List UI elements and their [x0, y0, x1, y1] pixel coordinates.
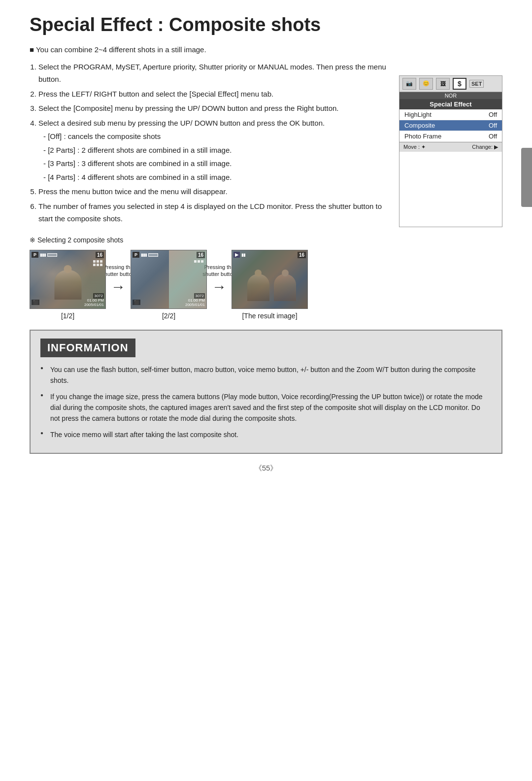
step-5: Press the menu button twice and the menu…	[38, 185, 389, 198]
label-2: [2/2]	[131, 312, 207, 320]
camera-icon-1: ⬛	[32, 300, 39, 305]
menu-label-highlight: HighLight	[404, 111, 432, 118]
label-1: [1/2]	[30, 312, 106, 320]
sub-item-4parts: - [4 Parts] : 4 different shots are comb…	[43, 171, 389, 184]
steps-list: Select the PROGRAM, MySET, Aperture prio…	[30, 61, 389, 225]
person-result-1	[247, 274, 269, 301]
menu-set-label: SET	[469, 80, 484, 88]
instructions-list: Select the PROGRAM, MySET, Aperture prio…	[30, 61, 389, 227]
information-box: INFORMATION You can use the flash button…	[30, 330, 502, 454]
camera-screen-3: ▶ ▮▮ 16	[232, 250, 308, 309]
step-3: Select the [Composite] menu by pressing …	[38, 102, 389, 115]
menu-footer-left: Move : ✦	[403, 144, 426, 150]
cam-overlay	[232, 250, 307, 308]
arrow-2: →	[212, 278, 227, 295]
camera-screen-1: P ▮▮▮ 16 3072 ⬛ 01:00 PM 2005/01/	[30, 250, 106, 309]
content-area: Select the PROGRAM, MySET, Aperture prio…	[30, 61, 502, 227]
hud-top-3: ▶ ▮▮ 16	[233, 252, 306, 258]
hud-bottom-2: ⬛ 01:00 PM 2005/01/01	[133, 298, 205, 307]
step-4: Select a desired sub menu by pressing th…	[38, 117, 389, 184]
frame-number-3: 16	[298, 252, 306, 258]
page-number: 《55》	[30, 464, 502, 473]
pressing-label-1: Pressing theshutter button	[101, 264, 134, 278]
info-bullet-1: You can use the flash button, self-timer…	[40, 364, 492, 386]
menu-icon-camera: 📷	[402, 78, 416, 90]
composite-images: P ▮▮▮ 16 3072 ⬛ 01:00 PM 2005/01/	[30, 250, 502, 309]
intro-text: ■ You can combine 2~4 different shots in…	[30, 45, 502, 54]
menu-icon-smile: 😊	[419, 78, 433, 90]
sub-items-list: - [Off] : cancels the composite shots - …	[38, 130, 389, 183]
mode-indicator-1: P	[32, 252, 38, 258]
date-2: 2005/01/01	[185, 303, 205, 307]
menu-label-composite: Composite	[404, 122, 435, 129]
menu-row-photoframe: Photo Frame Off	[399, 131, 502, 142]
sub-item-3parts: - [3 Parts] : 3 different shots are comb…	[43, 157, 389, 170]
menu-footer-right: Change: ▶	[472, 144, 498, 150]
camera-screen-2: P ▮▮▮ 16 3072 ⬛ 01:00 PM 2005/01/01	[131, 250, 207, 309]
camera-icon-2: ⬛	[133, 300, 140, 305]
image-labels: [1/2] [2/2] [The result image]	[30, 312, 502, 320]
dots-grid-2	[194, 260, 203, 263]
information-title: INFORMATION	[40, 339, 135, 357]
hud-top-1: P ▮▮▮ 16	[32, 252, 104, 258]
label-3: [The result image]	[232, 312, 308, 320]
hud-top-2: P ▮▮▮ 16	[133, 252, 205, 258]
menu-value-highlight: Off	[489, 111, 497, 118]
menu-nor-row: NOR	[399, 92, 502, 99]
menu-value-photoframe: Off	[489, 133, 497, 140]
arrow-2-container: Pressing theshutter button →	[207, 264, 232, 296]
info-bullet-2: If you change the image size, press the …	[40, 391, 492, 424]
time-1: 01:00 PM	[84, 298, 104, 303]
step-1: Select the PROGRAM, MySET, Aperture prio…	[38, 61, 389, 86]
dots-grid-1	[93, 260, 102, 266]
person-1	[54, 270, 81, 300]
menu-icon-bar: 📷 😊 🖼 $ SET	[399, 76, 502, 92]
person-result-2	[274, 274, 296, 301]
step-6: The number of frames you selected in ste…	[38, 200, 389, 225]
side-tab	[521, 148, 532, 207]
menu-label-photoframe: Photo Frame	[404, 133, 441, 140]
menu-value-composite: Off	[489, 122, 497, 129]
info-bullets-list: You can use the flash button, self-timer…	[40, 364, 492, 440]
menu-row-composite: Composite Off	[399, 120, 502, 131]
mode-indicator-2: P	[133, 252, 139, 258]
mode-indicator-3: ▶	[233, 252, 240, 258]
info-bullet-3: The voice memo will start after taking t…	[40, 429, 492, 440]
arrow-1: →	[111, 278, 126, 295]
composite-note: ※ Selecting 2 composite shots	[30, 236, 502, 244]
arrow-1-container: Pressing theshutter button →	[106, 264, 131, 296]
menu-icon-frame: 🖼	[436, 78, 450, 90]
date-1: 2005/01/01	[84, 303, 104, 307]
sub-item-2parts: - [2 Parts] : 2 different shots are comb…	[43, 144, 389, 157]
step-2: Press the LEFT/ RIGHT button and select …	[38, 88, 389, 101]
pressing-label-2: Pressing theshutter button	[202, 264, 235, 278]
frame-number-1: 16	[96, 252, 104, 258]
time-2: 01:00 PM	[185, 298, 205, 303]
page-title: Special Effect : Composite shots	[30, 15, 502, 35]
menu-icon-dollar: $	[453, 78, 466, 90]
sub-item-off: - [Off] : cancels the composite shots	[43, 130, 389, 143]
camera-menu-ui: 📷 😊 🖼 $ SET NOR Special Effect HighLight…	[399, 75, 502, 227]
menu-footer: Move : ✦ Change: ▶	[399, 142, 502, 152]
menu-row-highlight: HighLight Off	[399, 109, 502, 120]
menu-title-row: Special Effect	[399, 99, 502, 109]
frame-number-2: 16	[197, 252, 205, 258]
hud-bottom-1: ⬛ 01:00 PM 2005/01/01	[32, 298, 104, 307]
